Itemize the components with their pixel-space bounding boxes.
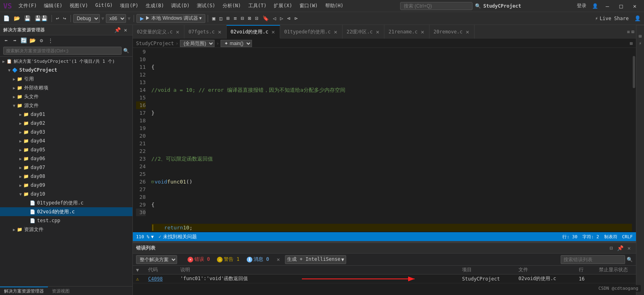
tab-20remove-close[interactable]: ✕ — [465, 29, 470, 35]
error-search-input[interactable] — [561, 255, 625, 264]
toolbar-btn-4[interactable]: ≡ — [232, 14, 239, 23]
tab-21rename[interactable]: 21rename.c ✕ — [384, 25, 429, 39]
tab-22buffer[interactable]: 22缓冲区.c ✕ — [343, 25, 384, 39]
tree-solution[interactable]: ▶ 📋 解决方案'StudyCProject'(1 个项目/共 1 个) — [0, 57, 132, 66]
error-code-link[interactable]: C4098 — [148, 276, 163, 282]
tab-01typedef-close[interactable]: ✕ — [333, 29, 338, 35]
toolbar-user-icon[interactable]: 👤 — [633, 14, 642, 23]
error-scope-dropdown[interactable]: 整个解决方案 — [136, 255, 177, 264]
toolbar-btn-5[interactable]: ⊟ — [239, 14, 246, 23]
expand-btn[interactable]: ⊞ — [630, 41, 633, 46]
tree-test-file[interactable]: 📄 test.cpp — [0, 216, 132, 225]
tree-day09[interactable]: ▶📁day09 — [0, 181, 132, 190]
zoom-value[interactable]: 110 % — [136, 234, 149, 239]
menu-file[interactable]: 文件(F) — [15, 1, 40, 10]
tab-02void[interactable]: 02void的使用.c ✕ — [227, 25, 280, 39]
tree-project[interactable]: ▼ 🔷 StudyCProject — [0, 66, 132, 74]
tree-void-file[interactable]: 📄 02void的使用.c — [0, 207, 132, 216]
tab-07fgets-close[interactable]: ✕ — [217, 29, 222, 35]
col-proj[interactable]: 项目 — [459, 266, 515, 273]
maximize-btn[interactable]: □ — [615, 2, 627, 10]
status-spaces[interactable]: 制表符 — [604, 234, 617, 240]
minimize-btn[interactable]: — — [601, 2, 613, 10]
status-ok-label[interactable]: 未找到相关问题 — [163, 233, 197, 240]
menu-analyze[interactable]: 分析(N) — [219, 1, 244, 10]
tree-day05[interactable]: ▶📁day05 — [0, 145, 132, 154]
tree-typedef-file[interactable]: 📄 01typedef的使用.c — [0, 198, 132, 207]
code-content[interactable]: { //void a = 10; // error 编译器直接报错，因为不知道给… — [150, 48, 632, 232]
config-dropdown[interactable]: Debug — [73, 14, 100, 23]
tree-resources[interactable]: ▶📁资源文件 — [0, 225, 132, 234]
tree-headers[interactable]: ▶ 📁 头文件 — [0, 92, 132, 101]
menu-extensions[interactable]: 扩展(X) — [270, 1, 295, 10]
panel-pin-btn[interactable]: 📌 — [617, 245, 624, 252]
tab-20remove[interactable]: 20remove.c ✕ — [429, 25, 475, 39]
sidebar-search-input[interactable] — [3, 47, 122, 55]
build-dropdown[interactable]: 生成 + IntelliSense ▼ — [285, 255, 346, 264]
bookmark-btn[interactable]: 🔖 — [261, 14, 270, 23]
error-badge-info[interactable]: ℹ 消息 0 — [244, 256, 271, 263]
fold-14[interactable]: ⊟ — [151, 178, 154, 186]
toolbar-btn-8[interactable]: ◁ — [271, 14, 278, 23]
tab-21rename-close[interactable]: ✕ — [420, 29, 425, 35]
toolbar-btn-6[interactable]: ⊠ — [246, 14, 253, 23]
error-badge-warnings[interactable]: ⚠ 警告 1 — [215, 256, 242, 263]
toolbar-btn-3[interactable]: ⊞ — [225, 14, 231, 23]
new-btn[interactable]: 📄 — [2, 14, 11, 23]
error-badge-errors[interactable]: ✕ 错误 0 — [185, 256, 212, 263]
toolbar-btn-11[interactable]: ⊳ — [293, 14, 299, 23]
menu-tools[interactable]: 工具(T) — [245, 1, 270, 10]
member-dropdown[interactable]: ✦ main() — [221, 40, 252, 47]
tree-day10[interactable]: ▼📁day10 — [0, 190, 132, 198]
tab-01typedef[interactable]: 01typedef的使用.c ✕ — [280, 25, 343, 39]
scrollbar-thumb[interactable] — [633, 56, 635, 88]
tab-22buffer-close[interactable]: ✕ — [375, 29, 380, 35]
run-debugger-btn[interactable]: ▶ ▶ 本地 Windows 调试器 ▾ — [136, 14, 205, 23]
platform-dropdown[interactable]: x86 — [106, 14, 126, 23]
tree-day02[interactable]: ▶📁day02 — [0, 119, 132, 128]
tab-07fgets[interactable]: 07fgets.c ✕ — [184, 25, 226, 39]
col-line[interactable]: 行 — [576, 266, 596, 273]
toolbar-btn-7[interactable]: ⊡ — [254, 14, 260, 23]
menu-test[interactable]: 测试(S) — [194, 1, 219, 10]
tab-02vars[interactable]: 02变量的定义.c ✕ — [133, 25, 184, 39]
col-file[interactable]: 文件 — [515, 266, 576, 273]
right-sort-btn[interactable]: ⚡ — [639, 41, 642, 46]
filter-btn[interactable]: ✕ — [274, 255, 283, 264]
sidebar-settings-btn[interactable]: ⋮ — [47, 37, 54, 44]
tree-day04[interactable]: ▶📁day04 — [0, 136, 132, 145]
sidebar-collapse-btn[interactable]: 📂 — [29, 37, 36, 44]
live-share-btn[interactable]: ⚡ Live Share — [592, 15, 632, 22]
status-col[interactable]: 字符: 2 — [582, 234, 599, 240]
panel-close-btn[interactable]: ✕ — [625, 245, 633, 252]
panel-sort-btn[interactable]: ⊟ — [608, 245, 615, 252]
tab-overflow-btn[interactable]: ≡ — [627, 29, 630, 35]
sidebar-pin-btn[interactable]: 📌 — [114, 27, 121, 34]
error-row-0[interactable]: ⚠ C4098 'func01':'void'函数返回值 — [133, 274, 636, 283]
tree-day08[interactable]: ▶📁day08 — [0, 172, 132, 181]
open-btn[interactable]: 📂 — [12, 14, 22, 23]
sidebar-tab-explorer[interactable]: 解决方案资源管理器 — [0, 287, 48, 295]
tab-02vars-close[interactable]: ✕ — [175, 29, 180, 35]
zoom-dropdown[interactable]: ▼ — [151, 234, 154, 239]
tree-references[interactable]: ▶ 📁 引用 — [0, 74, 132, 83]
sidebar-back-btn[interactable]: ⬅ — [2, 37, 10, 44]
menu-build[interactable]: 生成(B) — [142, 1, 167, 10]
col-suppress[interactable]: 禁止显示状态 — [596, 266, 636, 273]
menu-view[interactable]: 视图(V) — [66, 1, 91, 10]
col-code[interactable]: 代码 — [145, 266, 177, 273]
menu-debug[interactable]: 调试(D) — [168, 1, 193, 10]
menu-git[interactable]: Git(G) — [92, 1, 116, 10]
toolbar-btn-9[interactable]: ▷ — [279, 14, 285, 23]
sidebar-forward-btn[interactable]: ➡ — [11, 37, 19, 44]
right-grid-btn[interactable]: ⊞ — [639, 33, 642, 39]
menu-help[interactable]: 帮助(H) — [322, 1, 347, 10]
save-all-btn[interactable]: 💾💾 — [33, 14, 49, 23]
editor-scrollbar[interactable] — [632, 48, 636, 232]
status-encoding[interactable]: CRLF — [622, 234, 633, 240]
sidebar-filter-btn[interactable]: ⚙ — [38, 37, 45, 44]
properties-label[interactable]: 属性 — [636, 25, 644, 32]
col-desc[interactable]: 说明 — [177, 266, 459, 273]
sidebar-close-btn[interactable]: ✕ — [122, 27, 129, 34]
tree-day01[interactable]: ▶📁day01 — [0, 110, 132, 119]
